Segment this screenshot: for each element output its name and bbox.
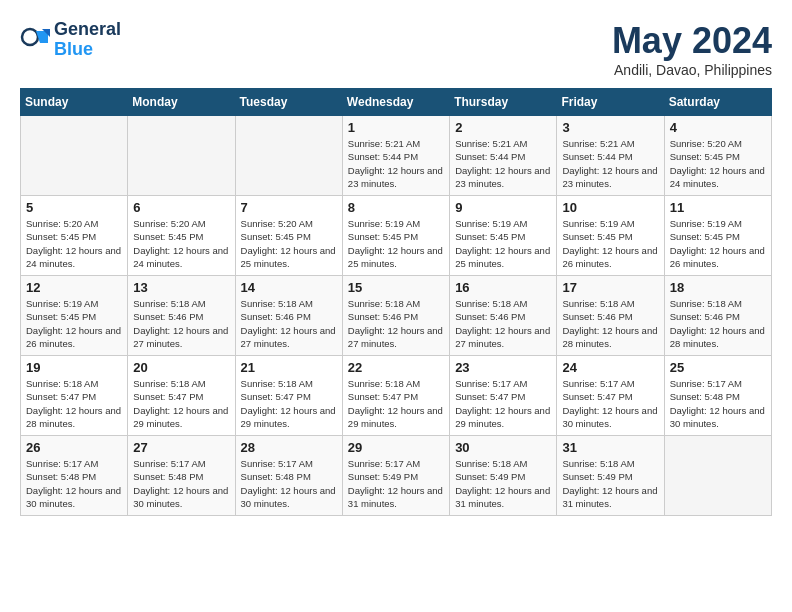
calendar-cell: 24Sunrise: 5:17 AMSunset: 5:47 PMDayligh…: [557, 356, 664, 436]
header: General Blue May 2024 Andili, Davao, Phi…: [20, 20, 772, 78]
calendar-cell: 13Sunrise: 5:18 AMSunset: 5:46 PMDayligh…: [128, 276, 235, 356]
day-info: Sunrise: 5:17 AMSunset: 5:49 PMDaylight:…: [348, 457, 444, 510]
day-number: 28: [241, 440, 337, 455]
day-info: Sunrise: 5:17 AMSunset: 5:48 PMDaylight:…: [241, 457, 337, 510]
day-info: Sunrise: 5:18 AMSunset: 5:49 PMDaylight:…: [455, 457, 551, 510]
day-number: 12: [26, 280, 122, 295]
day-number: 9: [455, 200, 551, 215]
calendar-cell: 14Sunrise: 5:18 AMSunset: 5:46 PMDayligh…: [235, 276, 342, 356]
calendar-table: SundayMondayTuesdayWednesdayThursdayFrid…: [20, 88, 772, 516]
title-area: May 2024 Andili, Davao, Philippines: [612, 20, 772, 78]
day-info: Sunrise: 5:18 AMSunset: 5:46 PMDaylight:…: [348, 297, 444, 350]
day-info: Sunrise: 5:21 AMSunset: 5:44 PMDaylight:…: [455, 137, 551, 190]
day-number: 16: [455, 280, 551, 295]
month-title: May 2024: [612, 20, 772, 62]
calendar-cell: 15Sunrise: 5:18 AMSunset: 5:46 PMDayligh…: [342, 276, 449, 356]
weekday-header-thursday: Thursday: [450, 89, 557, 116]
calendar-cell: 9Sunrise: 5:19 AMSunset: 5:45 PMDaylight…: [450, 196, 557, 276]
svg-point-0: [22, 29, 38, 45]
calendar-cell: 28Sunrise: 5:17 AMSunset: 5:48 PMDayligh…: [235, 436, 342, 516]
location: Andili, Davao, Philippines: [612, 62, 772, 78]
weekday-header-wednesday: Wednesday: [342, 89, 449, 116]
calendar-cell: 19Sunrise: 5:18 AMSunset: 5:47 PMDayligh…: [21, 356, 128, 436]
weekday-header-friday: Friday: [557, 89, 664, 116]
day-info: Sunrise: 5:17 AMSunset: 5:47 PMDaylight:…: [455, 377, 551, 430]
day-info: Sunrise: 5:17 AMSunset: 5:48 PMDaylight:…: [670, 377, 766, 430]
weekday-header-sunday: Sunday: [21, 89, 128, 116]
calendar-cell: 31Sunrise: 5:18 AMSunset: 5:49 PMDayligh…: [557, 436, 664, 516]
weekday-header-monday: Monday: [128, 89, 235, 116]
day-info: Sunrise: 5:18 AMSunset: 5:46 PMDaylight:…: [670, 297, 766, 350]
day-info: Sunrise: 5:20 AMSunset: 5:45 PMDaylight:…: [26, 217, 122, 270]
calendar-cell: 11Sunrise: 5:19 AMSunset: 5:45 PMDayligh…: [664, 196, 771, 276]
calendar-cell: 16Sunrise: 5:18 AMSunset: 5:46 PMDayligh…: [450, 276, 557, 356]
day-info: Sunrise: 5:21 AMSunset: 5:44 PMDaylight:…: [348, 137, 444, 190]
calendar-week-row: 26Sunrise: 5:17 AMSunset: 5:48 PMDayligh…: [21, 436, 772, 516]
day-number: 20: [133, 360, 229, 375]
day-number: 11: [670, 200, 766, 215]
calendar-cell: 3Sunrise: 5:21 AMSunset: 5:44 PMDaylight…: [557, 116, 664, 196]
day-number: 21: [241, 360, 337, 375]
calendar-cell: 10Sunrise: 5:19 AMSunset: 5:45 PMDayligh…: [557, 196, 664, 276]
calendar-cell: 27Sunrise: 5:17 AMSunset: 5:48 PMDayligh…: [128, 436, 235, 516]
day-number: 18: [670, 280, 766, 295]
day-number: 8: [348, 200, 444, 215]
day-number: 10: [562, 200, 658, 215]
day-number: 30: [455, 440, 551, 455]
logo-icon: [20, 25, 50, 55]
calendar-cell: 23Sunrise: 5:17 AMSunset: 5:47 PMDayligh…: [450, 356, 557, 436]
day-number: 22: [348, 360, 444, 375]
day-number: 13: [133, 280, 229, 295]
calendar-cell: [128, 116, 235, 196]
calendar-cell: 4Sunrise: 5:20 AMSunset: 5:45 PMDaylight…: [664, 116, 771, 196]
day-number: 27: [133, 440, 229, 455]
day-number: 14: [241, 280, 337, 295]
calendar-cell: 20Sunrise: 5:18 AMSunset: 5:47 PMDayligh…: [128, 356, 235, 436]
logo-text: General Blue: [54, 20, 121, 60]
day-info: Sunrise: 5:20 AMSunset: 5:45 PMDaylight:…: [670, 137, 766, 190]
calendar-cell: [235, 116, 342, 196]
calendar-week-row: 5Sunrise: 5:20 AMSunset: 5:45 PMDaylight…: [21, 196, 772, 276]
calendar-cell: 30Sunrise: 5:18 AMSunset: 5:49 PMDayligh…: [450, 436, 557, 516]
calendar-cell: 25Sunrise: 5:17 AMSunset: 5:48 PMDayligh…: [664, 356, 771, 436]
calendar-cell: 21Sunrise: 5:18 AMSunset: 5:47 PMDayligh…: [235, 356, 342, 436]
day-info: Sunrise: 5:20 AMSunset: 5:45 PMDaylight:…: [241, 217, 337, 270]
day-info: Sunrise: 5:18 AMSunset: 5:46 PMDaylight:…: [562, 297, 658, 350]
calendar-cell: 12Sunrise: 5:19 AMSunset: 5:45 PMDayligh…: [21, 276, 128, 356]
day-number: 1: [348, 120, 444, 135]
calendar-cell: [664, 436, 771, 516]
calendar-cell: 22Sunrise: 5:18 AMSunset: 5:47 PMDayligh…: [342, 356, 449, 436]
day-info: Sunrise: 5:18 AMSunset: 5:46 PMDaylight:…: [241, 297, 337, 350]
calendar-week-row: 19Sunrise: 5:18 AMSunset: 5:47 PMDayligh…: [21, 356, 772, 436]
day-number: 15: [348, 280, 444, 295]
calendar-week-row: 1Sunrise: 5:21 AMSunset: 5:44 PMDaylight…: [21, 116, 772, 196]
weekday-header-row: SundayMondayTuesdayWednesdayThursdayFrid…: [21, 89, 772, 116]
day-number: 24: [562, 360, 658, 375]
day-info: Sunrise: 5:18 AMSunset: 5:49 PMDaylight:…: [562, 457, 658, 510]
day-info: Sunrise: 5:18 AMSunset: 5:46 PMDaylight:…: [133, 297, 229, 350]
weekday-header-saturday: Saturday: [664, 89, 771, 116]
day-number: 25: [670, 360, 766, 375]
day-number: 7: [241, 200, 337, 215]
calendar-cell: [21, 116, 128, 196]
weekday-header-tuesday: Tuesday: [235, 89, 342, 116]
day-info: Sunrise: 5:17 AMSunset: 5:48 PMDaylight:…: [26, 457, 122, 510]
day-info: Sunrise: 5:18 AMSunset: 5:47 PMDaylight:…: [26, 377, 122, 430]
day-number: 26: [26, 440, 122, 455]
day-number: 3: [562, 120, 658, 135]
calendar-cell: 18Sunrise: 5:18 AMSunset: 5:46 PMDayligh…: [664, 276, 771, 356]
logo-line2: Blue: [54, 39, 93, 59]
day-info: Sunrise: 5:19 AMSunset: 5:45 PMDaylight:…: [348, 217, 444, 270]
calendar-cell: 17Sunrise: 5:18 AMSunset: 5:46 PMDayligh…: [557, 276, 664, 356]
day-info: Sunrise: 5:19 AMSunset: 5:45 PMDaylight:…: [455, 217, 551, 270]
calendar-cell: 1Sunrise: 5:21 AMSunset: 5:44 PMDaylight…: [342, 116, 449, 196]
calendar-cell: 2Sunrise: 5:21 AMSunset: 5:44 PMDaylight…: [450, 116, 557, 196]
day-info: Sunrise: 5:18 AMSunset: 5:47 PMDaylight:…: [241, 377, 337, 430]
day-number: 31: [562, 440, 658, 455]
calendar-cell: 29Sunrise: 5:17 AMSunset: 5:49 PMDayligh…: [342, 436, 449, 516]
day-number: 5: [26, 200, 122, 215]
day-number: 23: [455, 360, 551, 375]
logo: General Blue: [20, 20, 121, 60]
day-info: Sunrise: 5:19 AMSunset: 5:45 PMDaylight:…: [26, 297, 122, 350]
day-info: Sunrise: 5:19 AMSunset: 5:45 PMDaylight:…: [562, 217, 658, 270]
